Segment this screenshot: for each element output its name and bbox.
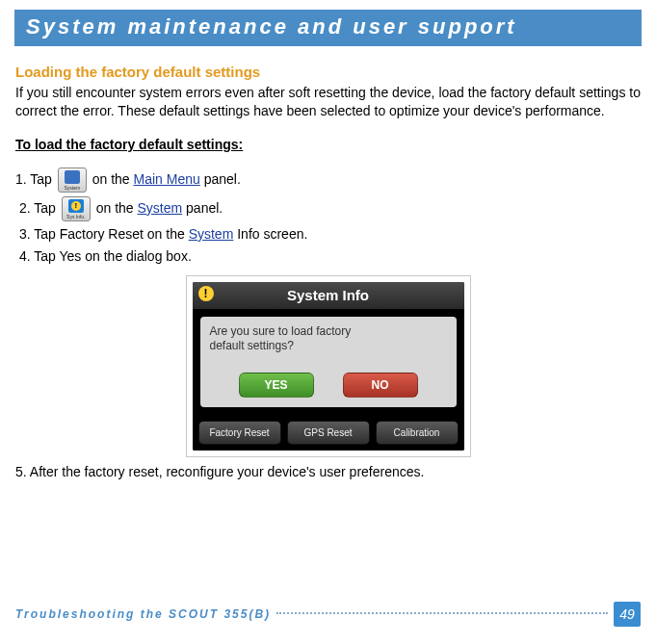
procedure-heading: To load the factory default settings: [15, 136, 641, 154]
yes-button[interactable]: YES [239, 373, 314, 398]
step-3-text-a: 3. Tap Factory Reset on the [19, 226, 189, 242]
page-footer: Troubleshooting the SCOUT 355(B) 49 [15, 602, 641, 627]
gps-reset-button[interactable]: GPS Reset [287, 421, 370, 446]
step-2-text-a: 2. Tap [19, 200, 60, 216]
device-screenshot: ! System Info Are you sure to load facto… [186, 275, 471, 458]
system-icon: System [58, 167, 87, 193]
system-link[interactable]: System [138, 200, 183, 216]
step-1: 1. Tap System on the Main Menu panel. [15, 167, 641, 193]
factory-reset-button[interactable]: Factory Reset [198, 421, 281, 446]
page-header: System maintenance and user support [13, 10, 643, 47]
dialog-buttons: YES NO [210, 373, 447, 398]
confirm-dialog: Are you sure to load factory default set… [200, 317, 457, 407]
device-bottom-bar: Factory Reset GPS Reset Calibration [193, 415, 464, 451]
page-number: 49 [614, 602, 641, 627]
footer-dots [276, 612, 608, 614]
step-3-text-b: Info screen. [233, 226, 307, 242]
dialog-line-2: default settings? [210, 339, 294, 352]
section-title: Loading the factory default settings [15, 63, 641, 82]
step-3: 3. Tap Factory Reset on the System Info … [19, 225, 641, 244]
dialog-message: Are you sure to load factory default set… [210, 324, 447, 367]
page-content: Loading the factory default settings If … [0, 47, 656, 481]
calibration-button[interactable]: Calibration [376, 421, 459, 446]
device-title-text: System Info [287, 287, 369, 303]
device-title-bar: ! System Info [193, 282, 464, 309]
main-menu-link[interactable]: Main Menu [134, 171, 200, 187]
alert-badge-icon: ! [198, 286, 214, 301]
step-1-text-c: panel. [204, 171, 241, 187]
section-intro: If you still encounter system errors eve… [15, 84, 641, 120]
system-link-2[interactable]: System [189, 226, 234, 242]
step-5: 5. After the factory reset, reconfigure … [15, 463, 641, 481]
footer-title: Troubleshooting the SCOUT 355(B) [15, 607, 271, 621]
sys-info-icon-caption: Sys Info. [63, 215, 90, 219]
dialog-line-1: Are you sure to load factory [210, 324, 352, 338]
step-2-text-b: on the [96, 200, 138, 216]
step-4: 4. Tap Yes on the dialog box. [19, 247, 641, 266]
step-1-text-a: 1. Tap [15, 171, 56, 187]
system-icon-caption: System [59, 186, 86, 191]
step-2: 2. Tap ! Sys Info. on the System panel. [19, 196, 641, 221]
step-2-text-c: panel. [186, 200, 223, 216]
step-1-text-b: on the [92, 171, 134, 187]
no-button[interactable]: NO [343, 373, 418, 398]
alert-icon: ! [71, 201, 81, 211]
sys-info-icon: ! Sys Info. [62, 196, 91, 221]
device-screen: ! System Info Are you sure to load facto… [193, 282, 464, 451]
